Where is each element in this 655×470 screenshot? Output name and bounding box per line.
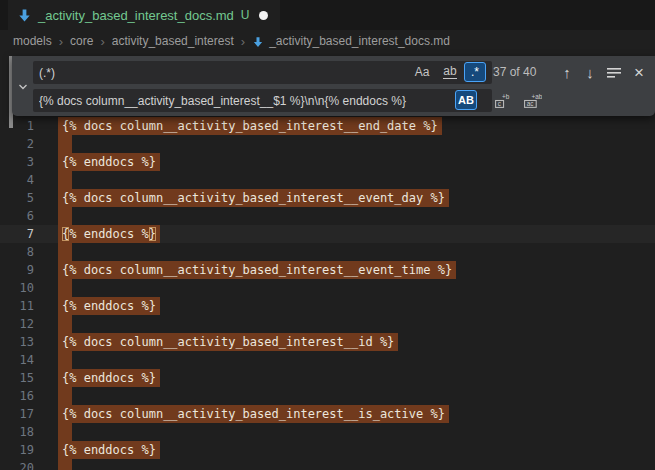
find-match-highlight: {% enddocs %} [58,225,160,243]
find-match-empty-highlight [58,459,72,470]
code-line-14[interactable]: 14 [0,351,655,369]
close-find-icon[interactable]: × [629,61,649,84]
code-line-10[interactable]: 10 [0,279,655,297]
breadcrumb: models › core › activity_based_interest … [0,30,655,52]
breadcrumb-item-models[interactable]: models [13,34,52,48]
toggle-replace-chevron-icon[interactable] [14,78,31,95]
previous-match-button[interactable]: ↑ [557,61,577,84]
find-match-empty-highlight [58,135,72,153]
find-in-selection-icon[interactable] [604,61,624,84]
match-case-button[interactable]: Aa [411,62,433,82]
find-match-empty-highlight [58,423,72,441]
line-number: 18 [0,423,34,441]
preserve-case-button[interactable]: AB [455,90,477,110]
line-number: 4 [0,171,34,189]
line-number: 16 [0,387,34,405]
line-number: 17 [0,405,34,423]
tab-activity-based-interest-docs[interactable]: _activity_based_interest_docs.md U [8,0,280,30]
code-line-11[interactable]: 11{% enddocs %} [0,297,655,315]
code-line-4[interactable]: 4 [0,171,655,189]
breadcrumb-item-activity-based-interest[interactable]: activity_based_interest [112,34,234,48]
find-match-highlight: {% docs column__activity_based_interest_… [58,405,449,423]
markdown-arrow-icon [252,36,264,48]
svg-text:+ab: +ab [531,93,542,100]
breadcrumb-item-file[interactable]: _activity_based_interest_docs.md [269,34,450,48]
git-status-badge: U [241,8,250,22]
code-line-12[interactable]: 12 [0,315,655,333]
find-match-empty-highlight [58,171,72,189]
code-line-18[interactable]: 18 [0,423,655,441]
whole-word-button[interactable]: ab [439,62,461,82]
line-number: 2 [0,135,34,153]
regex-button[interactable]: .* [464,62,486,82]
svg-text:c: c [497,100,501,107]
code-line-20[interactable]: 20 [0,459,655,470]
find-match-highlight: {% docs column__activity_based_interest_… [58,333,398,351]
code-line-6[interactable]: 6 [0,207,655,225]
find-match-empty-highlight [58,207,72,225]
find-widget: Aa ab .* 37 of 40 ↑ ↓ × AB +bc +abac [12,56,655,116]
line-number: 13 [0,333,34,351]
whole-word-label: ab [443,65,456,79]
code-line-15[interactable]: 15{% enddocs %} [0,369,655,387]
code-line-13[interactable]: 13{% docs column__activity_based_interes… [0,333,655,351]
find-match-highlight: {% enddocs %} [58,369,160,387]
line-number: 14 [0,351,34,369]
line-number: 8 [0,243,34,261]
modified-indicator-dot[interactable] [259,11,268,20]
line-number: 15 [0,369,34,387]
code-line-1[interactable]: 1{% docs column__activity_based_interest… [0,117,655,135]
svg-text:+b: +b [501,93,509,100]
replace-input[interactable] [33,89,492,112]
code-line-5[interactable]: 5{% docs column__activity_based_interest… [0,189,655,207]
find-match-highlight: {% enddocs %} [58,441,160,459]
line-number: 6 [0,207,34,225]
replace-icon[interactable]: +bc [490,89,514,112]
svg-text:ac: ac [527,100,534,107]
line-number: 1 [0,117,34,135]
code-line-9[interactable]: 9{% docs column__activity_based_interest… [0,261,655,279]
find-match-highlight: {% docs column__activity_based_interest_… [58,189,449,207]
code-line-16[interactable]: 16 [0,387,655,405]
find-match-highlight: {% docs column__activity_based_interest_… [58,261,456,279]
next-match-button[interactable]: ↓ [580,61,600,84]
breadcrumb-separator: › [100,35,104,48]
tab-title: _activity_based_interest_docs.md [38,8,234,23]
find-results-count: 37 of 40 [493,61,536,84]
line-number: 19 [0,441,34,459]
line-number: 7 [0,225,34,243]
find-match-highlight: {% enddocs %} [58,153,160,171]
breadcrumb-separator: › [241,35,245,48]
code-line-19[interactable]: 19{% enddocs %} [0,441,655,459]
code-text: % enddocs % [69,227,148,241]
line-number: 5 [0,189,34,207]
code-line-7[interactable]: 7{% enddocs %} [0,225,655,243]
find-match-empty-highlight [58,279,72,297]
breadcrumb-separator: › [59,35,63,48]
code-line-8[interactable]: 8 [0,243,655,261]
find-match-empty-highlight [58,351,72,369]
line-number: 12 [0,315,34,333]
line-number: 10 [0,279,34,297]
line-number: 3 [0,153,34,171]
markdown-arrow-icon [17,8,32,23]
code-line-2[interactable]: 2 [0,135,655,153]
line-number: 9 [0,261,34,279]
replace-all-icon[interactable]: +abac [519,89,546,112]
find-match-empty-highlight [58,243,72,261]
code-line-17[interactable]: 17{% docs column__activity_based_interes… [0,405,655,423]
bracket-match: } [149,227,156,241]
line-number: 20 [0,459,34,470]
find-match-empty-highlight [58,387,72,405]
tab-bar: _activity_based_interest_docs.md U [0,0,655,30]
find-match-highlight: {% enddocs %} [58,297,160,315]
find-match-highlight: {% docs column__activity_based_interest_… [58,117,442,135]
breadcrumb-item-core[interactable]: core [70,34,93,48]
line-number: 11 [0,297,34,315]
find-match-empty-highlight [58,315,72,333]
code-line-3[interactable]: 3{% enddocs %} [0,153,655,171]
